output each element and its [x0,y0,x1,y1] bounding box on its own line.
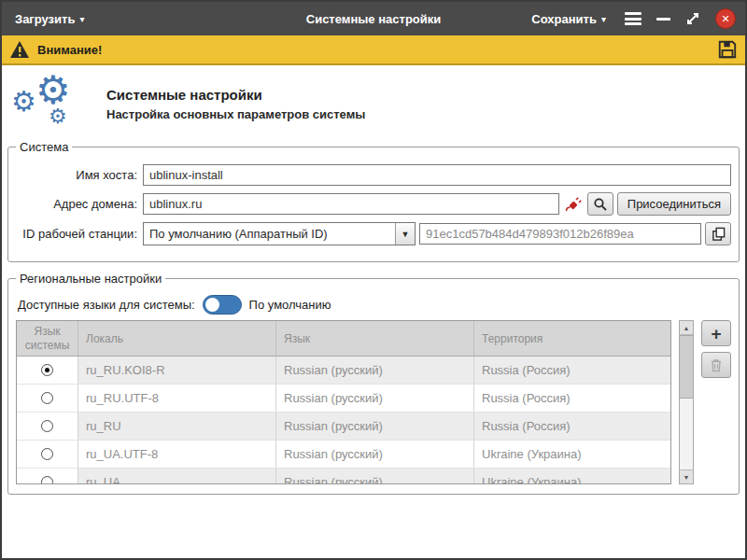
warning-icon [9,40,30,59]
system-language-radio[interactable] [41,364,53,376]
domain-label: Адрес домена: [16,197,137,211]
caret-down-icon: ▾ [79,14,84,24]
titlebar: Загрузить ▾ Системные настройки Сохранит… [2,2,745,35]
save-icon-button[interactable] [717,39,738,60]
domain-input[interactable] [143,193,559,215]
table-scrollbar[interactable]: ▲ ▼ [679,320,694,484]
delete-language-button[interactable] [701,352,731,378]
territory-cell: Russia (Россия) [474,413,670,441]
language-cell: Russian (русский) [276,441,474,469]
languages-default-toggle[interactable] [203,295,242,315]
language-cell: Russian (русский) [276,469,474,484]
page-subtitle: Настройка основных параметров системы [106,107,365,121]
chevron-down-icon: ▼ [395,223,415,245]
load-menu-label: Загрузить [15,12,75,26]
load-menu-button[interactable]: Загрузить ▾ [11,8,88,30]
locale-table-header: Язык системы Локаль Язык Территория [17,321,670,357]
territory-cell: Russia (Россия) [474,385,670,413]
scroll-down-arrow[interactable]: ▼ [680,469,693,483]
system-language-radio[interactable] [41,420,53,432]
territory-cell: Ukraine (Украина) [474,441,670,469]
territory-cell: Russia (Россия) [474,357,670,385]
system-group-legend: Система [16,140,72,154]
language-cell: Russian (русский) [276,357,474,385]
territory-cell: Ukraine (Украина) [474,469,670,484]
hostname-label: Имя хоста: [16,168,137,182]
table-row[interactable]: ru_UARussian (русский)Ukraine (Украина) [17,469,670,484]
copy-button[interactable] [705,222,731,245]
language-cell: Russian (русский) [276,413,474,441]
search-icon [593,197,608,212]
row-radio-cell[interactable] [17,469,78,484]
locale-cell: ru_UA [78,469,276,484]
scroll-up-arrow[interactable]: ▲ [680,321,693,335]
locale-cell: ru_RU [78,413,276,441]
page-title: Системные настройки [106,87,365,103]
page-header: ⚙ ⚙ ⚙ Системные настройки Настройка осно… [7,71,740,140]
row-radio-cell[interactable] [17,441,78,469]
app-window: Загрузить ▾ Системные настройки Сохранит… [0,0,747,560]
locale-cell: ru_RU.KOI8-R [78,357,276,385]
close-button[interactable]: ✕ [715,8,736,29]
main-content: ⚙ ⚙ ⚙ Системные настройки Настройка осно… [2,65,745,558]
table-row[interactable]: ru_RU.KOI8-RRussian (русский)Russia (Рос… [17,357,670,385]
copy-icon [712,227,726,242]
table-row[interactable]: ru_RU.UTF-8Russian (русский)Russia (Росс… [17,385,670,413]
save-menu-label: Сохранить [531,12,597,26]
search-domain-button[interactable] [587,192,613,216]
language-cell: Russian (русский) [276,385,474,413]
row-radio-cell[interactable] [17,357,78,385]
system-language-radio[interactable] [41,392,53,404]
station-id-label: ID рабочей станции: [16,227,137,241]
add-language-button[interactable]: + [701,320,731,346]
station-id-value[interactable] [419,223,701,245]
header-territory: Территория [474,321,670,356]
save-menu-button[interactable]: Сохранить ▾ [528,8,610,30]
regional-group: Региональные настройки Доступные языки д… [7,272,740,495]
system-language-radio[interactable] [41,476,53,484]
languages-label: Доступные языки для системы: [18,298,195,312]
minimize-button[interactable] [656,18,670,21]
scrollbar-thumb[interactable] [680,335,693,399]
row-radio-cell[interactable] [17,385,78,413]
station-id-select[interactable]: По умолчанию (Аппаратный ID) ▼ [143,222,416,245]
table-row[interactable]: ru_UA.UTF-8Russian (русский)Ukraine (Укр… [17,441,670,469]
system-group: Система Имя хоста: Адрес домена: [7,140,740,262]
locale-cell: ru_UA.UTF-8 [78,441,276,469]
locale-table-body: ru_RU.KOI8-RRussian (русский)Russia (Рос… [17,357,670,484]
warning-bar: Внимание! [2,35,745,65]
header-locale: Локаль [78,321,276,356]
row-radio-cell[interactable] [17,413,78,441]
locale-cell: ru_RU.UTF-8 [78,385,276,413]
caret-down-icon: ▾ [601,14,606,24]
fullscreen-button[interactable] [685,11,700,26]
station-id-select-value: По умолчанию (Аппаратный ID) [144,223,395,245]
locale-table: Язык системы Локаль Язык Территория ru_R… [16,320,671,484]
floppy-disk-icon [717,39,738,60]
header-system-language: Язык системы [17,321,78,356]
default-label: По умолчанию [249,298,331,312]
system-language-radio[interactable] [41,448,53,460]
regional-group-legend: Региональные настройки [16,272,165,286]
trash-icon [710,357,723,372]
join-button[interactable]: Присоединиться [617,192,731,216]
gears-icon: ⚙ ⚙ ⚙ [11,77,92,131]
warning-text: Внимание! [37,43,102,57]
hamburger-menu-icon[interactable] [625,12,641,25]
hostname-input[interactable] [143,164,731,186]
table-row[interactable]: ru_RURussian (русский)Russia (Россия) [17,413,670,441]
header-language: Язык [276,321,474,356]
expand-arrows-icon [685,11,700,26]
disconnected-plug-icon [564,195,583,214]
